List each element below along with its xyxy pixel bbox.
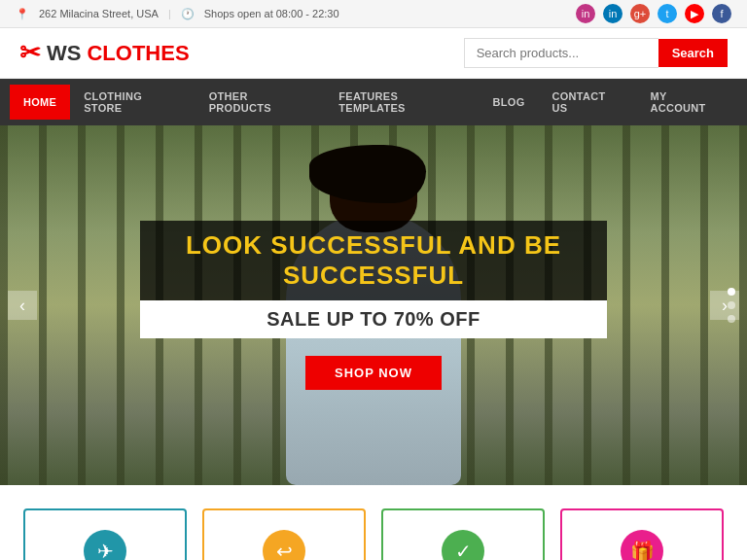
header: ✂ WS CLOTHES Search xyxy=(0,28,747,79)
nav-blog[interactable]: BLOG xyxy=(480,85,539,120)
hero-overlay: LOOK SUCCESSFUL AND BE SUCCESSFUL SALE U… xyxy=(140,221,607,390)
hero-title-bg: LOOK SUCCESSFUL AND BE SUCCESSFUL xyxy=(140,221,607,300)
feature-money-back: ↩ Money Back ! Contrary to popular belie… xyxy=(202,508,366,560)
hero-subtitle-bg: SALE UP TO 70% OFF xyxy=(140,300,607,338)
shipping-icon: ✈ xyxy=(84,530,126,560)
feature-free-shipping: ✈ Free Shipping Contrary to popular beli… xyxy=(23,508,187,560)
nav-other-products[interactable]: OTHER PRODUCTS xyxy=(196,79,326,125)
nav-my-account[interactable]: MY ACCOUNT xyxy=(636,79,737,125)
hero-prev-arrow[interactable]: ‹ xyxy=(8,291,37,320)
features-section: ✈ Free Shipping Contrary to popular beli… xyxy=(0,485,747,560)
shop-hours: Shops open at 08:00 - 22:30 xyxy=(204,8,339,19)
hero-next-arrow[interactable]: › xyxy=(710,291,739,320)
top-bar: 📍 262 Milacina Street, USA | 🕐 Shops ope… xyxy=(0,0,747,28)
twitter-link[interactable]: t xyxy=(658,4,677,23)
youtube-link[interactable]: ▶ xyxy=(685,4,704,23)
pin-icon: 📍 xyxy=(16,8,29,20)
nav-clothing-store[interactable]: CLOTHING STORE xyxy=(70,79,196,125)
nav-contact-us[interactable]: CONTACT US xyxy=(539,79,637,125)
logo-icon: ✂ xyxy=(19,38,41,68)
google-link[interactable]: g+ xyxy=(630,4,650,23)
top-bar-info: 📍 262 Milacina Street, USA | 🕐 Shops ope… xyxy=(16,8,339,20)
facebook-link[interactable]: f xyxy=(712,4,731,23)
logo: ✂ WS CLOTHES xyxy=(19,38,190,68)
shop-now-button[interactable]: SHOP NOW xyxy=(305,356,442,390)
logo-ws: WS xyxy=(47,41,81,66)
hero-section: LOOK SUCCESSFUL AND BE SUCCESSFUL SALE U… xyxy=(0,125,747,485)
address: 262 Milacina Street, USA xyxy=(39,8,159,19)
search-button[interactable]: Search xyxy=(658,39,728,67)
hero-subtitle: SALE UP TO 70% OFF xyxy=(169,308,578,331)
instagram-link[interactable]: in xyxy=(576,4,595,23)
nav-home[interactable]: HOME xyxy=(10,85,70,120)
gift-icon: 🎁 xyxy=(621,530,663,560)
search-input[interactable] xyxy=(464,38,658,68)
feature-home-delivery: ✓ Free Home Delivery Contrary to popular… xyxy=(381,508,545,560)
nav-features-templates[interactable]: FEATURES TEMPLATES xyxy=(325,79,479,125)
hero-title: LOOK SUCCESSFUL AND BE SUCCESSFUL xyxy=(169,230,578,291)
search-bar: Search xyxy=(464,38,728,68)
delivery-icon: ✓ xyxy=(442,530,484,560)
money-back-icon: ↩ xyxy=(263,530,305,560)
linkedin-link[interactable]: in xyxy=(603,4,622,23)
social-links: in in g+ t ▶ f xyxy=(576,4,731,23)
navbar: HOME CLOTHING STORE OTHER PRODUCTS FEATU… xyxy=(0,79,747,125)
logo-clothes: CLOTHES xyxy=(87,41,189,66)
feature-gift-service: 🎁 Free Gift Service Contrary to popular … xyxy=(560,508,724,560)
clock-icon: 🕐 xyxy=(181,8,195,20)
